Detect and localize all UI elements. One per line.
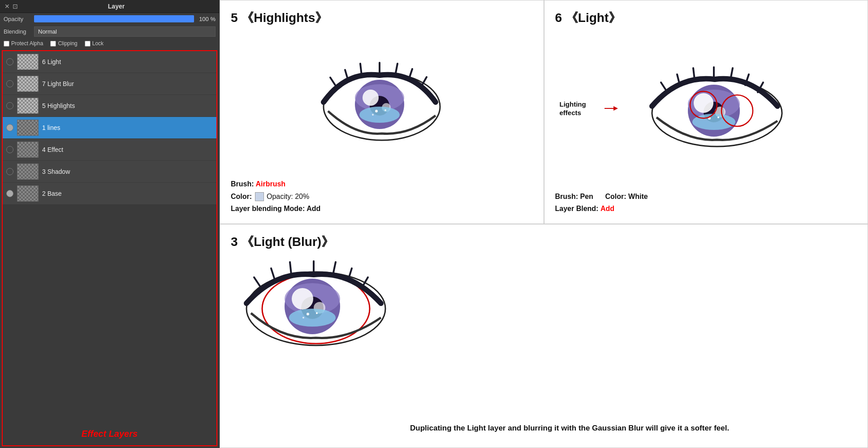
light-image: Lightingeffects <box>555 31 857 186</box>
svg-marker-18 <box>613 106 618 111</box>
layers-container: 6 Light7 Light Blur5 Highlights1 lines4 … <box>2 50 217 446</box>
panel-title: Layer <box>18 3 215 10</box>
white-color-label: Color: White <box>605 193 648 200</box>
highlights-eye-svg <box>310 57 453 147</box>
main-content: 5 《Highlights》 <box>220 0 868 448</box>
layer-visibility-layer-3[interactable] <box>6 168 13 175</box>
layer-item-layer-6[interactable]: 6 Light <box>3 51 216 73</box>
svg-line-49 <box>271 268 275 280</box>
blend-label: Layer blending Mode: Add <box>231 202 533 215</box>
layer-name-layer-1: 1 lines <box>42 124 213 131</box>
layer-name-layer-6: 6 Light <box>42 58 213 65</box>
clipping-checkbox[interactable]: Clipping <box>50 40 77 47</box>
svg-point-42 <box>292 288 313 310</box>
checkboxes-row: Protect Alpha Clipping Lock <box>0 39 219 48</box>
svg-point-46 <box>316 312 318 314</box>
blending-select[interactable]: Normal <box>34 26 216 37</box>
layer-visibility-layer-1[interactable] <box>6 124 13 131</box>
layer-item-layer-5[interactable]: 5 Highlights <box>3 95 216 117</box>
light-blur-eye-svg <box>231 255 401 353</box>
light-eye-svg <box>639 64 800 153</box>
highlights-image <box>231 31 533 173</box>
layer-thumb-layer-6 <box>17 54 39 70</box>
layer-visibility-layer-6[interactable] <box>6 58 13 65</box>
svg-point-4 <box>363 90 379 106</box>
layer-item-layer-4[interactable]: 4 Effect <box>3 139 216 161</box>
layer-panel: ✕ ⊡ Layer Opacity 100 % Blending Normal … <box>0 0 220 448</box>
titlebar-icons: ✕ ⊡ <box>4 3 18 10</box>
opacity-value: 100 % <box>198 16 216 22</box>
blend-value: Add <box>600 205 614 212</box>
layer-thumb-layer-7 <box>17 76 39 92</box>
layer-name-layer-7: 7 Light Blur <box>42 80 213 87</box>
layer-thumb-layer-4 <box>17 142 39 158</box>
light-blur-title: 3 《Light (Blur)》 <box>231 233 401 250</box>
svg-line-48 <box>254 277 261 288</box>
highlights-title: 5 《Highlights》 <box>231 9 533 26</box>
layer-item-layer-1[interactable]: 1 lines <box>3 117 216 139</box>
protect-alpha-checkbox[interactable]: Protect Alpha <box>4 40 43 47</box>
layer-thumb-layer-5 <box>17 98 39 114</box>
light-info: Brush: Pen Color: White Layer Blend: Add <box>555 190 857 215</box>
close-icon[interactable]: ✕ <box>4 3 10 10</box>
svg-point-6 <box>359 107 400 123</box>
svg-point-47 <box>302 317 304 319</box>
light-blur-left: 3 《Light (Blur)》 <box>231 233 401 439</box>
opacity-row: Opacity 100 % <box>0 13 219 25</box>
layer-name-layer-4: 4 Effect <box>42 146 213 153</box>
color-label: Color: <box>231 193 254 200</box>
cell-light: 6 《Light》 Lightingeffects <box>544 0 868 224</box>
color-swatch <box>255 192 264 201</box>
pen-brush-label: Brush: Pen <box>555 193 593 200</box>
svg-point-7 <box>375 110 378 112</box>
layer-thumb-layer-3 <box>17 164 39 180</box>
layer-item-layer-2[interactable]: 2 Base <box>3 183 216 205</box>
svg-line-50 <box>290 262 291 275</box>
svg-point-23 <box>694 93 713 113</box>
layer-thumb-layer-1 <box>17 120 39 136</box>
lock-input[interactable] <box>85 41 91 47</box>
svg-point-9 <box>372 114 374 116</box>
svg-point-44 <box>289 309 336 327</box>
blending-row: Blending Normal <box>0 25 219 39</box>
svg-point-27 <box>717 116 719 118</box>
blend-label-2: Layer Blend: <box>555 205 599 212</box>
highlights-info: Brush: Airbrush Color: Opacity: 20% Laye… <box>231 178 533 215</box>
layer-visibility-layer-5[interactable] <box>6 102 13 109</box>
blending-label: Blending <box>4 28 30 35</box>
brush-label: Brush: <box>231 180 255 188</box>
light-title: 6 《Light》 <box>555 9 857 26</box>
layer-visibility-layer-7[interactable] <box>6 80 13 87</box>
description-text: Duplicating the Light layer and blurring… <box>410 422 729 434</box>
cell-highlights: 5 《Highlights》 <box>220 0 544 224</box>
opacity-label: Opacity <box>4 16 30 22</box>
light-blur-right: Duplicating the Light layer and blurring… <box>410 233 857 439</box>
layer-name-layer-2: 2 Base <box>42 190 213 197</box>
brush-value: Airbrush <box>255 180 285 188</box>
opacity-label: Opacity: 20% <box>267 193 309 200</box>
svg-line-10 <box>330 78 337 88</box>
layer-visibility-layer-4[interactable] <box>6 146 13 153</box>
layer-item-layer-7[interactable]: 7 Light Blur <box>3 73 216 95</box>
panel-titlebar: ✕ ⊡ Layer <box>0 0 219 13</box>
opacity-bar[interactable] <box>34 15 194 22</box>
layer-name-layer-5: 5 Highlights <box>42 102 213 109</box>
lock-checkbox[interactable]: Lock <box>85 40 104 47</box>
protect-alpha-input[interactable] <box>4 41 9 47</box>
effect-layers-label: Effect Layers <box>82 429 138 439</box>
svg-point-8 <box>384 109 386 111</box>
layer-thumb-layer-2 <box>17 185 39 202</box>
cell-light-blur: 3 《Light (Blur)》 <box>220 224 868 448</box>
lighting-effects-label: Lightingeffects <box>560 99 586 117</box>
expand-icon[interactable]: ⊡ <box>13 3 18 10</box>
layer-name-layer-3: 3 Shadow <box>42 168 213 175</box>
svg-point-25 <box>692 114 735 130</box>
svg-point-45 <box>307 313 309 315</box>
clipping-input[interactable] <box>50 41 56 47</box>
arrow-icon <box>605 104 618 113</box>
layer-visibility-layer-2[interactable] <box>6 190 13 197</box>
layer-item-layer-3[interactable]: 3 Shadow <box>3 161 216 183</box>
